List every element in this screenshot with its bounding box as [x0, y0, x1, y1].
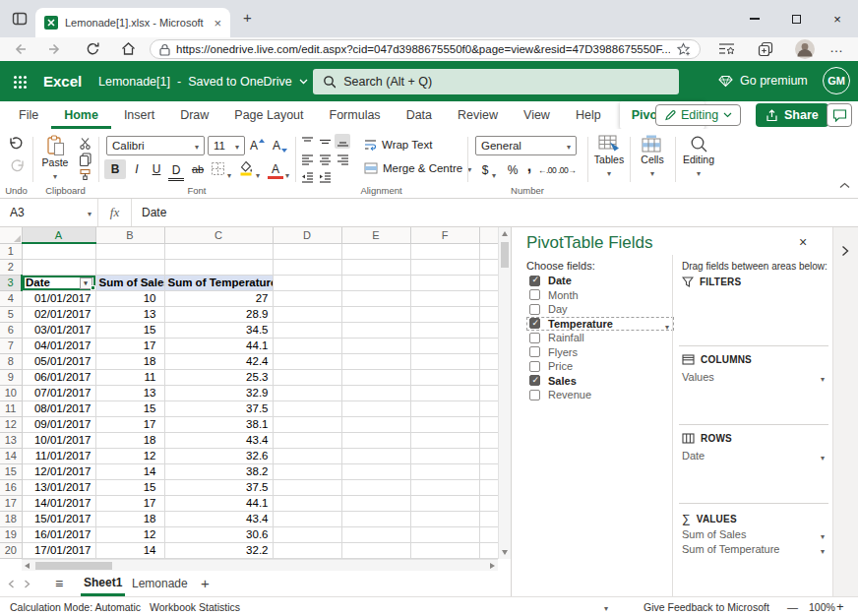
- column-header-D[interactable]: D: [273, 227, 341, 243]
- document-title-group[interactable]: Lemonade[1] - Saved to OneDrive: [98, 75, 308, 89]
- field-checkbox-revenue[interactable]: [529, 390, 540, 400]
- window-minimize-button[interactable]: [734, 0, 775, 37]
- cell-sales[interactable]: 17: [95, 495, 164, 511]
- cell-sales[interactable]: 15: [95, 322, 164, 338]
- empty-cell[interactable]: [341, 400, 410, 416]
- empty-cell[interactable]: [410, 275, 479, 290]
- row-header-18[interactable]: 18: [0, 511, 22, 526]
- tab-view[interactable]: View: [511, 101, 563, 129]
- empty-cell[interactable]: [410, 416, 479, 432]
- chevron-down-icon[interactable]: [821, 529, 825, 541]
- empty-cell[interactable]: [410, 306, 479, 322]
- empty-cell[interactable]: [341, 479, 410, 495]
- row-header-7[interactable]: 7: [0, 338, 22, 353]
- add-sheet-button[interactable]: +: [201, 575, 210, 591]
- chevron-down-icon[interactable]: [604, 599, 608, 616]
- name-box[interactable]: A3: [0, 199, 98, 226]
- empty-cell[interactable]: [479, 463, 499, 479]
- empty-cell[interactable]: [273, 479, 341, 495]
- cell-date[interactable]: 16/01/2017: [22, 526, 95, 542]
- empty-cell[interactable]: [479, 495, 499, 511]
- empty-cell[interactable]: [479, 432, 499, 448]
- cell-date[interactable]: 08/01/2017: [22, 400, 95, 416]
- row-header-6[interactable]: 6: [0, 322, 22, 338]
- cell-temperature[interactable]: 27: [164, 290, 273, 306]
- font-name-select[interactable]: Calibri: [106, 136, 205, 155]
- cell-date[interactable]: 11/01/2017: [22, 448, 95, 463]
- workbook-statistics-button[interactable]: Workbook Statistics: [150, 597, 240, 616]
- zoom-out-button[interactable]: —: [787, 597, 798, 616]
- row-header-14[interactable]: 14: [0, 448, 22, 463]
- cell-sales[interactable]: 18: [95, 432, 164, 448]
- empty-cell[interactable]: [341, 542, 410, 558]
- next-sheet-button[interactable]: [24, 580, 31, 588]
- empty-cell[interactable]: [410, 385, 479, 400]
- panel-close-icon[interactable]: ×: [799, 234, 807, 250]
- row-header-13[interactable]: 13: [0, 432, 22, 448]
- field-item-month[interactable]: Month: [526, 288, 674, 303]
- tab-page-layout[interactable]: Page Layout: [221, 101, 316, 129]
- field-checkbox-rainfall[interactable]: [529, 333, 540, 343]
- empty-cell[interactable]: [273, 243, 341, 259]
- column-header-F[interactable]: F: [410, 227, 479, 243]
- cell-temperature[interactable]: 43.4: [164, 511, 273, 526]
- cell-sales[interactable]: 12: [95, 448, 164, 463]
- empty-cell[interactable]: [410, 290, 479, 306]
- collections-icon[interactable]: [758, 41, 773, 57]
- empty-cell[interactable]: [341, 385, 410, 400]
- cell-C3-temperature-header[interactable]: Sum of Temperature: [164, 275, 273, 290]
- increase-decimal-button[interactable]: ←.00: [538, 160, 556, 180]
- empty-cell[interactable]: [341, 369, 410, 385]
- cell-B3-sales-header[interactable]: Sum of Sales: [95, 275, 164, 290]
- cell-date[interactable]: 04/01/2017: [22, 338, 95, 353]
- tables-button[interactable]: Tables: [589, 135, 629, 178]
- cell-temperature[interactable]: 32.2: [164, 542, 273, 558]
- cell-date[interactable]: 13/01/2017: [22, 479, 95, 495]
- comma-format-button[interactable]: ,: [524, 156, 534, 176]
- double-underline-button[interactable]: D: [168, 161, 184, 181]
- cell-date[interactable]: 07/01/2017: [22, 385, 95, 400]
- row-header-9[interactable]: 9: [0, 369, 22, 385]
- field-item-day[interactable]: Day: [526, 302, 674, 317]
- empty-cell[interactable]: [341, 511, 410, 526]
- cell-sales[interactable]: 14: [95, 542, 164, 558]
- percent-format-button[interactable]: %: [505, 160, 521, 180]
- empty-cell[interactable]: [410, 479, 479, 495]
- area-item-values[interactable]: Values: [682, 369, 827, 384]
- format-painter-button[interactable]: [79, 168, 92, 181]
- empty-cell[interactable]: [341, 432, 410, 448]
- values-area[interactable]: Sum of SalesSum of Temperature: [682, 526, 827, 556]
- redo-button[interactable]: [8, 158, 26, 174]
- empty-cell[interactable]: [479, 448, 499, 463]
- scroll-left-arrow[interactable]: [25, 563, 30, 569]
- empty-cell[interactable]: [273, 542, 341, 558]
- paste-button[interactable]: Paste: [37, 135, 73, 181]
- field-item-date[interactable]: Date: [526, 274, 674, 288]
- field-checkbox-flyers[interactable]: [529, 346, 540, 357]
- chevron-down-icon[interactable]: [256, 164, 260, 182]
- empty-cell[interactable]: [410, 526, 479, 542]
- empty-cell[interactable]: [273, 369, 341, 385]
- empty-cell[interactable]: [341, 416, 410, 432]
- empty-cell[interactable]: [273, 306, 341, 322]
- field-item-price[interactable]: Price: [526, 359, 674, 374]
- empty-cell[interactable]: [410, 243, 479, 259]
- align-top-button[interactable]: [299, 134, 315, 149]
- empty-cell[interactable]: [273, 259, 341, 275]
- cell-sales[interactable]: 11: [95, 369, 164, 385]
- editing-mode-button[interactable]: Editing: [655, 104, 741, 126]
- window-close-button[interactable]: ×: [817, 0, 858, 37]
- scroll-up-arrow[interactable]: [502, 231, 508, 236]
- cell-date[interactable]: 01/01/2017: [22, 290, 95, 306]
- empty-cell[interactable]: [410, 542, 479, 558]
- chevron-down-icon[interactable]: [821, 372, 825, 384]
- empty-cell[interactable]: [410, 369, 479, 385]
- field-checkbox-day[interactable]: [529, 304, 540, 315]
- field-checkbox-date[interactable]: [529, 276, 540, 286]
- align-middle-button[interactable]: [317, 134, 333, 149]
- empty-cell[interactable]: [273, 290, 341, 306]
- row-header-10[interactable]: 10: [0, 385, 22, 400]
- fill-color-button[interactable]: [238, 160, 254, 176]
- row-header-19[interactable]: 19: [0, 526, 22, 542]
- tab-data[interactable]: Data: [394, 101, 445, 129]
